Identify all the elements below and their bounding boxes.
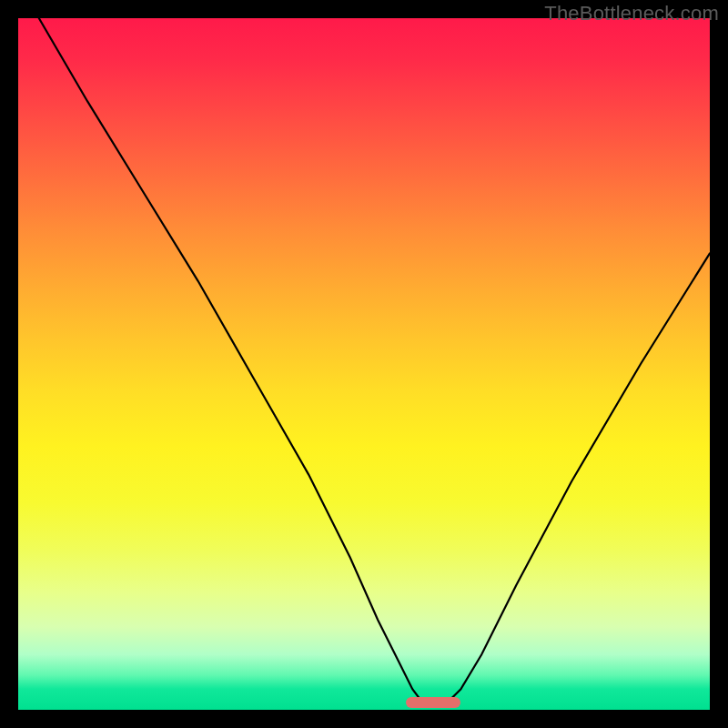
optimum-marker: [406, 697, 461, 708]
plot-area: [18, 18, 710, 710]
watermark-text: TheBottleneck.com: [544, 2, 719, 25]
bottleneck-curve: [18, 18, 710, 710]
